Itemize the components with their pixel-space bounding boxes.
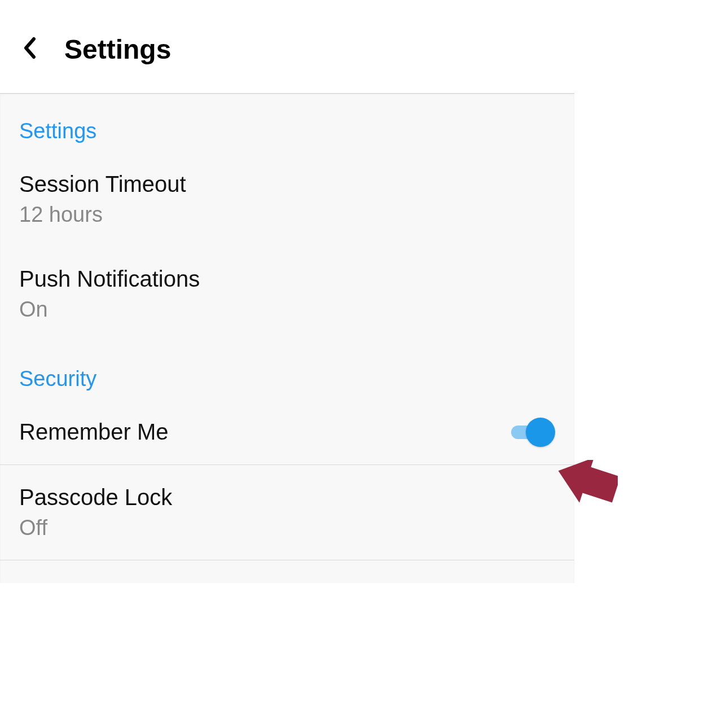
setting-value: 12 hours (19, 203, 186, 227)
page-title: Settings (64, 34, 171, 65)
setting-remember-me[interactable]: Remember Me (0, 400, 574, 465)
settings-content: Settings Session Timeout 12 hours Push N… (0, 93, 574, 583)
setting-text: Session Timeout 12 hours (19, 172, 186, 227)
setting-label: Passcode Lock (19, 485, 172, 510)
section-header-settings: Settings (0, 94, 574, 152)
setting-label: Remember Me (19, 419, 169, 445)
setting-value: On (19, 297, 200, 322)
setting-value: Off (19, 516, 172, 540)
setting-push-notifications[interactable]: Push Notifications On (0, 247, 574, 341)
setting-passcode-lock[interactable]: Passcode Lock Off (0, 465, 574, 560)
setting-text: Remember Me (19, 419, 169, 445)
section-header-security: Security (0, 341, 574, 400)
back-icon[interactable] (23, 37, 36, 63)
setting-label: Session Timeout (19, 172, 186, 197)
setting-text: Passcode Lock Off (19, 485, 172, 540)
setting-text: Push Notifications On (19, 266, 200, 322)
setting-session-timeout[interactable]: Session Timeout 12 hours (0, 152, 574, 247)
toggle-thumb (526, 418, 555, 447)
setting-label: Push Notifications (19, 266, 200, 292)
app-header: Settings (0, 0, 721, 93)
remember-me-toggle[interactable] (511, 423, 555, 441)
